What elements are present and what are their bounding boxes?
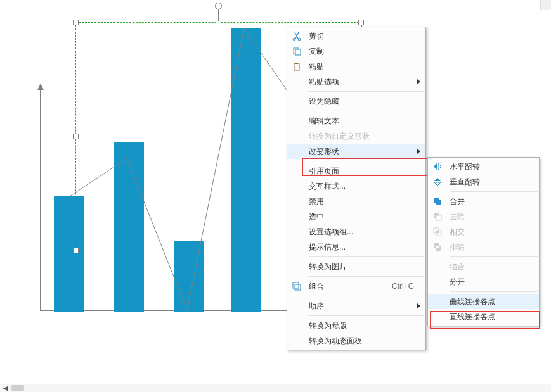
menu-label: 分开 — [450, 277, 465, 288]
menu-group[interactable]: 组合 Ctrl+G — [287, 279, 425, 294]
submenu-curve-connect[interactable]: 曲线连接各点 — [428, 294, 539, 309]
menu-label: 去除 — [450, 212, 465, 222]
horizontal-scrollbar[interactable]: ◄ — [0, 384, 551, 392]
menu-label: 结合 — [450, 262, 465, 272]
svg-rect-4 — [294, 63, 299, 70]
menu-label: 剪切 — [309, 31, 324, 42]
group-icon — [291, 281, 302, 292]
handle-sw[interactable] — [73, 248, 79, 253]
highlight-curve-connect — [430, 311, 540, 329]
svg-rect-6 — [293, 282, 299, 288]
menu-label: 顺序 — [309, 301, 324, 312]
separator — [450, 191, 538, 192]
submenu-combine: 结合 — [428, 259, 539, 274]
submenu-flip-vertical[interactable]: 垂直翻转 — [428, 174, 539, 189]
menu-to-dynamic-panel[interactable]: 转换为动态面板 — [287, 333, 425, 348]
menu-paste[interactable]: 粘贴 — [287, 59, 425, 74]
menu-label: 禁用 — [309, 196, 324, 207]
handle-nw[interactable] — [73, 20, 79, 25]
submenu-exclude: 排除 — [428, 239, 539, 255]
handle-s[interactable] — [216, 248, 221, 253]
exclude-icon — [432, 241, 443, 253]
svg-rect-5 — [295, 63, 298, 64]
separator — [309, 296, 424, 296]
separator — [309, 161, 424, 161]
intersect-icon — [432, 226, 443, 237]
submenu-flip-horizontal[interactable]: 水平翻转 — [428, 159, 539, 174]
submenu-change-shape[interactable]: 水平翻转 垂直翻转 合并 去除 相交 排除 结合 分开 曲线连接各点 直线连接各… — [427, 157, 540, 326]
submenu-split[interactable]: 分开 — [428, 274, 539, 289]
menu-label: 排除 — [450, 242, 465, 253]
svg-rect-9 — [436, 200, 441, 205]
menu-label: 合并 — [450, 196, 465, 207]
menu-label: 改变形状 — [309, 146, 339, 157]
handle-ne[interactable] — [358, 20, 364, 25]
menu-label: 复制 — [309, 46, 324, 57]
merge-icon — [432, 196, 443, 207]
menu-order[interactable]: 顺序 — [287, 298, 425, 313]
menu-label: 转换为动态面板 — [309, 336, 362, 346]
cut-icon — [291, 30, 302, 42]
menu-change-shape[interactable]: 改变形状 — [287, 144, 425, 159]
menu-label: 相交 — [450, 227, 465, 237]
menu-interaction-styles[interactable]: 交互样式... — [287, 179, 425, 194]
menu-label: 引用页面 — [309, 166, 339, 177]
svg-rect-17 — [436, 246, 439, 248]
svg-rect-14 — [436, 231, 439, 233]
editor-canvas[interactable]: 剪切 复制 粘贴 粘贴选项 设为隐藏 编辑文本 转换为自定义形状 改变形状 引用… — [0, 0, 551, 392]
handle-w[interactable] — [73, 134, 79, 139]
submenu-intersect: 相交 — [428, 224, 539, 239]
menu-label: 粘贴选项 — [309, 77, 339, 87]
separator — [309, 315, 424, 316]
svg-rect-3 — [295, 49, 301, 55]
menu-label: 组合 — [309, 281, 324, 292]
menu-set-option-group[interactable]: 设置选项组... — [287, 224, 425, 239]
menu-label: 垂直翻转 — [450, 177, 480, 187]
menu-label: 水平翻转 — [450, 161, 480, 172]
menu-edit-text[interactable]: 编辑文本 — [287, 113, 425, 129]
svg-rect-11 — [436, 215, 441, 220]
vertical-scroll-up[interactable] — [540, 0, 551, 10]
copy-icon — [291, 46, 302, 57]
menu-copy[interactable]: 复制 — [287, 44, 425, 59]
svg-rect-7 — [295, 284, 301, 290]
menu-set-hidden[interactable]: 设为隐藏 — [287, 94, 425, 109]
menu-paste-options[interactable]: 粘贴选项 — [287, 74, 425, 89]
rotate-handle[interactable] — [215, 3, 222, 9]
menu-label: 设为隐藏 — [309, 96, 339, 107]
menu-select[interactable]: 选中 — [287, 209, 425, 224]
menu-cut[interactable]: 剪切 — [287, 28, 425, 44]
menu-label: 编辑文本 — [309, 116, 339, 127]
submenu-subtract: 去除 — [428, 209, 539, 224]
separator — [309, 256, 424, 257]
y-axis — [40, 89, 41, 310]
subtract-icon — [432, 211, 443, 222]
menu-to-custom-shape: 转换为自定义形状 — [287, 129, 425, 144]
separator — [309, 276, 424, 277]
menu-reference-page[interactable]: 引用页面 — [287, 163, 425, 179]
menu-label: 设置选项组... — [309, 227, 353, 237]
menu-disable[interactable]: 禁用 — [287, 194, 425, 209]
menu-label: 转换为母版 — [309, 320, 347, 331]
menu-label: 转换为图片 — [309, 262, 347, 272]
submenu-merge[interactable]: 合并 — [428, 194, 539, 209]
submenu-arrow-icon — [417, 79, 420, 84]
menu-to-image[interactable]: 转换为图片 — [287, 259, 425, 274]
menu-label: 曲线连接各点 — [450, 296, 495, 307]
submenu-arrow-icon — [417, 303, 420, 308]
flip-h-icon — [432, 161, 443, 172]
separator — [309, 91, 424, 92]
menu-label: 选中 — [309, 212, 324, 222]
menu-tooltip[interactable]: 提示信息... — [287, 239, 425, 255]
menu-label: 粘贴 — [309, 61, 324, 72]
menu-label: 交互样式... — [309, 181, 346, 192]
separator — [450, 291, 538, 292]
menu-label: 转换为自定义形状 — [309, 131, 370, 142]
rotate-stem — [218, 8, 219, 21]
menu-to-master[interactable]: 转换为母版 — [287, 318, 425, 333]
paste-icon — [291, 61, 302, 72]
context-menu[interactable]: 剪切 复制 粘贴 粘贴选项 设为隐藏 编辑文本 转换为自定义形状 改变形状 引用… — [287, 27, 426, 350]
shortcut-label: Ctrl+G — [392, 282, 414, 291]
scroll-left-icon[interactable]: ◄ — [0, 384, 11, 392]
scroll-thumb[interactable] — [11, 385, 24, 391]
